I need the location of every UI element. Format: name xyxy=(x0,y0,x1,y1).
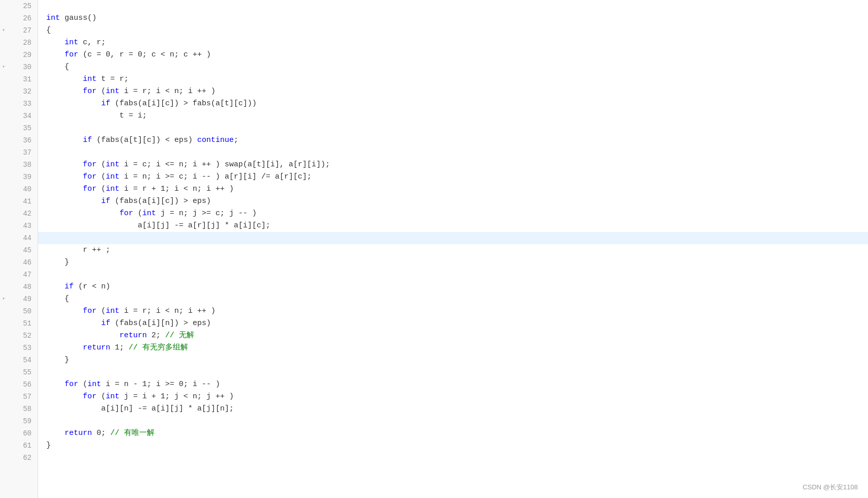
line-num-50: 50 xyxy=(0,305,38,317)
code-line-46: } xyxy=(38,256,868,269)
code-line-54: } xyxy=(38,354,868,366)
code-line-52: return 2; // 无解 xyxy=(38,330,868,342)
line-num-55: 55 xyxy=(0,366,38,378)
code-line-50: for (int i = r; i < n; i ++ ) xyxy=(38,305,868,317)
line-num-29: 29 xyxy=(0,49,38,61)
code-line-53: return 1; // 有无穷多组解 xyxy=(38,342,868,354)
code-line-48: if (r < n) xyxy=(38,281,868,293)
line-num-59: 59 xyxy=(0,415,38,427)
line-num-35: 35 xyxy=(0,122,38,134)
code-line-38: for (int i = c; i <= n; i ++ ) swap(a[t]… xyxy=(38,159,868,171)
code-line-37 xyxy=(38,147,868,159)
line-num-39: 39 xyxy=(0,171,38,183)
line-num-42: 42 xyxy=(0,208,38,220)
line-num-56: 56 xyxy=(0,378,38,391)
code-line-35 xyxy=(38,122,868,134)
code-line-29: for (c = 0, r = 0; c < n; c ++ ) xyxy=(38,49,868,61)
line-num-31: 31 xyxy=(0,73,38,85)
code-line-30: { xyxy=(38,61,868,73)
code-line-57: for (int j = i + 1; j < n; j ++ ) xyxy=(38,391,868,403)
line-num-44: 44 xyxy=(0,232,38,244)
line-num-58: 58 xyxy=(0,403,38,415)
line-num-61: 61 xyxy=(0,440,38,452)
code-line-31: int t = r; xyxy=(38,73,868,85)
code-line-45: r ++ ; xyxy=(38,244,868,256)
code-line-58: a[i][n] -= a[i][j] * a[j][n]; xyxy=(38,403,868,415)
line-num-38: 38 xyxy=(0,159,38,171)
line-num-49: ▾49 xyxy=(0,293,38,305)
code-line-51: if (fabs(a[i][n]) > eps) xyxy=(38,317,868,330)
code-line-55 xyxy=(38,366,868,378)
code-area: int gauss() { int c, r; for (c = 0, r = … xyxy=(38,0,868,498)
code-line-26: int gauss() xyxy=(38,12,868,24)
code-line-49: { xyxy=(38,293,868,305)
watermark: CSDN @长安1108 xyxy=(802,483,858,492)
line-num-52: 52 xyxy=(0,330,38,342)
line-num-54: 54 xyxy=(0,354,38,366)
code-line-34: t = i; xyxy=(38,110,868,122)
line-num-30: ▾30 xyxy=(0,61,38,73)
line-num-57: 57 xyxy=(0,391,38,403)
line-num-53: 53 xyxy=(0,342,38,354)
code-container: 25 26 ▾27 28 29 ▾30 31 32 33 34 35 36 37… xyxy=(0,0,868,498)
line-num-37: 37 xyxy=(0,147,38,159)
code-line-62 xyxy=(38,452,868,464)
code-line-60: return 0; // 有唯一解 xyxy=(38,427,868,440)
line-num-25: 25 xyxy=(0,0,38,12)
line-num-26: 26 xyxy=(0,12,38,24)
code-line-40: for (int i = r + 1; i < n; i ++ ) xyxy=(38,183,868,195)
code-line-32: for (int i = r; i < n; i ++ ) xyxy=(38,85,868,98)
line-num-28: 28 xyxy=(0,37,38,49)
code-line-27: { xyxy=(38,24,868,37)
code-line-43: a[i][j] -= a[r][j] * a[i][c]; xyxy=(38,220,868,232)
line-num-62: 62 xyxy=(0,452,38,464)
line-num-51: 51 xyxy=(0,317,38,330)
line-num-32: 32 xyxy=(0,85,38,98)
code-line-44 xyxy=(38,232,868,244)
line-numbers: 25 26 ▾27 28 29 ▾30 31 32 33 34 35 36 37… xyxy=(0,0,38,498)
code-line-39: for (int i = n; i >= c; i -- ) a[r][i] /… xyxy=(38,171,868,183)
code-line-33: if (fabs(a[i][c]) > fabs(a[t][c])) xyxy=(38,98,868,110)
line-num-41: 41 xyxy=(0,195,38,208)
line-num-46: 46 xyxy=(0,256,38,269)
code-line-61: } xyxy=(38,440,868,452)
line-num-27: ▾27 xyxy=(0,24,38,37)
code-line-56: for (int i = n - 1; i >= 0; i -- ) xyxy=(38,378,868,391)
line-num-47: 47 xyxy=(0,269,38,281)
code-line-28: int c, r; xyxy=(38,37,868,49)
line-num-48: 48 xyxy=(0,281,38,293)
line-num-34: 34 xyxy=(0,110,38,122)
line-num-40: 40 xyxy=(0,183,38,195)
line-num-33: 33 xyxy=(0,98,38,110)
line-num-43: 43 xyxy=(0,220,38,232)
code-line-47 xyxy=(38,269,868,281)
code-line-42: for (int j = n; j >= c; j -- ) xyxy=(38,208,868,220)
line-num-60: 60 xyxy=(0,427,38,440)
code-line-59 xyxy=(38,415,868,427)
code-line-36: if (fabs(a[t][c]) < eps) continue; xyxy=(38,134,868,147)
code-line-41: if (fabs(a[i][c]) > eps) xyxy=(38,195,868,208)
line-num-45: 45 xyxy=(0,244,38,256)
code-line-25 xyxy=(38,0,868,12)
line-num-36: 36 xyxy=(0,134,38,147)
